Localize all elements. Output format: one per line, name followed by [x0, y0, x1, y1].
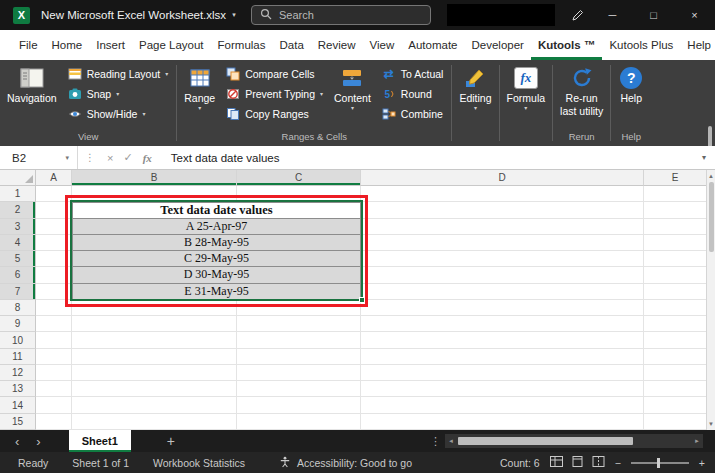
cell[interactable] — [36, 186, 72, 202]
cell[interactable] — [644, 267, 706, 283]
cell[interactable] — [644, 381, 706, 397]
round-button[interactable]: 5 Round — [378, 84, 448, 104]
vertical-scrollbar[interactable]: ▲ ▼ — [706, 170, 715, 430]
cell[interactable] — [361, 235, 644, 251]
content-button[interactable]: Content ▾ — [329, 63, 376, 112]
cell[interactable] — [36, 365, 72, 381]
menu-tab-review[interactable]: Review — [311, 30, 363, 60]
snap-button[interactable]: Snap ▾ — [64, 84, 173, 104]
column-header-d[interactable]: D — [361, 170, 644, 186]
cell[interactable] — [361, 332, 644, 348]
cell[interactable] — [72, 300, 237, 316]
horizontal-scroll-track[interactable] — [456, 437, 692, 445]
cell-b7-merged[interactable]: E 31-May-95 — [72, 284, 361, 300]
cell[interactable] — [644, 414, 706, 430]
cell[interactable] — [237, 332, 361, 348]
navigation-button[interactable]: Navigation — [2, 63, 62, 104]
cell[interactable] — [361, 316, 644, 332]
row-header-11[interactable]: 11 — [0, 349, 36, 365]
menu-tab-automate[interactable]: Automate — [401, 30, 464, 60]
column-header-b[interactable]: B — [72, 170, 237, 186]
row-header-3[interactable]: 3 — [0, 219, 36, 235]
workbook-statistics-button[interactable]: Workbook Statistics — [153, 457, 245, 469]
zoom-slider[interactable] — [631, 462, 689, 464]
row-header-10[interactable]: 10 — [0, 332, 36, 348]
close-button[interactable]: × — [674, 0, 715, 30]
more-options-icon[interactable]: ⋮ — [430, 435, 441, 448]
cell[interactable] — [361, 219, 644, 235]
scroll-left-icon[interactable]: ◄ — [448, 438, 454, 444]
cell[interactable] — [237, 316, 361, 332]
cell[interactable] — [36, 202, 72, 218]
row-header-5[interactable]: 5 — [0, 251, 36, 267]
cell[interactable] — [36, 267, 72, 283]
row-header-9[interactable]: 9 — [0, 316, 36, 332]
cell[interactable] — [644, 251, 706, 267]
previous-sheet-icon[interactable]: ‹ — [15, 434, 19, 449]
cell[interactable] — [36, 397, 72, 413]
excel-app-icon[interactable]: X — [13, 7, 30, 24]
row-header-15[interactable]: 15 — [0, 414, 36, 430]
row-header-2[interactable]: 2 — [0, 202, 36, 218]
menu-tab-home[interactable]: Home — [45, 30, 90, 60]
page-break-view-icon[interactable] — [592, 456, 605, 469]
help-button[interactable]: ? Help — [613, 63, 649, 104]
cell[interactable] — [644, 219, 706, 235]
cell[interactable] — [72, 414, 237, 430]
show-hide-button[interactable]: Show/Hide ▾ — [64, 104, 173, 124]
cell-b6-merged[interactable]: D 30-May-95 — [72, 267, 361, 283]
zoom-slider-thumb[interactable] — [657, 458, 660, 468]
editing-button[interactable]: Editing ▾ — [454, 63, 496, 112]
zoom-out-button[interactable]: − — [615, 457, 621, 469]
cell[interactable] — [72, 316, 237, 332]
cell[interactable] — [644, 332, 706, 348]
menu-tab-kutools[interactable]: Kutools ™ — [531, 30, 603, 60]
menu-tab-insert[interactable]: Insert — [89, 30, 132, 60]
cell[interactable] — [237, 349, 361, 365]
menu-tab-file[interactable]: File — [12, 30, 45, 60]
prevent-typing-button[interactable]: Prevent Typing ▾ — [222, 84, 327, 104]
column-header-e[interactable]: E — [644, 170, 706, 186]
name-box[interactable]: B2 ▾ — [0, 146, 78, 169]
row-header-8[interactable]: 8 — [0, 300, 36, 316]
cell[interactable] — [36, 219, 72, 235]
copy-ranges-button[interactable]: Copy Ranges — [222, 104, 327, 124]
cancel-icon[interactable]: × — [107, 152, 113, 164]
row-header-1[interactable]: 1 — [0, 186, 36, 202]
cell[interactable] — [644, 235, 706, 251]
page-layout-view-icon[interactable] — [571, 456, 584, 469]
cell[interactable] — [361, 186, 644, 202]
cell[interactable] — [72, 381, 237, 397]
menu-tab-view[interactable]: View — [363, 30, 402, 60]
compare-cells-button[interactable]: Compare Cells — [222, 64, 327, 84]
cell[interactable] — [237, 414, 361, 430]
menu-tab-page-layout[interactable]: Page Layout — [132, 30, 211, 60]
formula-content[interactable]: Text data date values — [171, 152, 280, 164]
cell[interactable] — [361, 349, 644, 365]
normal-view-icon[interactable] — [550, 456, 563, 469]
scroll-right-icon[interactable]: ► — [694, 438, 700, 444]
cell[interactable] — [36, 414, 72, 430]
cell[interactable] — [36, 349, 72, 365]
reading-layout-button[interactable]: Reading Layout ▾ — [64, 64, 173, 84]
cell[interactable] — [72, 332, 237, 348]
range-button[interactable]: Range ▾ — [179, 63, 220, 112]
insert-function-icon[interactable]: fx — [143, 152, 152, 164]
formula-bar-handle-icon[interactable]: ⋮ — [85, 152, 95, 163]
document-title[interactable]: New Microsoft Excel Worksheet.xlsx ▾ — [41, 9, 236, 21]
row-header-12[interactable]: 12 — [0, 365, 36, 381]
cell[interactable] — [36, 381, 72, 397]
cell[interactable] — [36, 332, 72, 348]
cell[interactable] — [644, 186, 706, 202]
formula-button[interactable]: fx Formula ▾ — [502, 63, 551, 112]
menu-tab-data[interactable]: Data — [273, 30, 311, 60]
to-actual-button[interactable]: ⇄ To Actual — [378, 64, 448, 84]
cell[interactable] — [644, 316, 706, 332]
cell[interactable] — [237, 186, 361, 202]
combine-button[interactable]: Combine — [378, 104, 448, 124]
cell[interactable] — [72, 397, 237, 413]
cell-b3-merged[interactable]: A 25-Apr-97 — [72, 219, 361, 235]
next-sheet-icon[interactable]: › — [36, 434, 40, 449]
select-all-corner[interactable] — [0, 170, 36, 186]
add-sheet-button[interactable]: + — [167, 433, 175, 449]
